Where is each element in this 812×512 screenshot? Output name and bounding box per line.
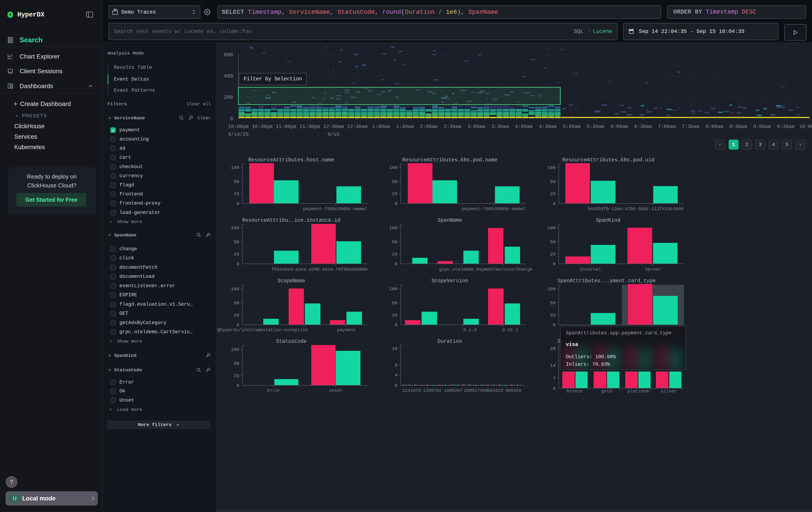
svg-text:payment: payment (337, 327, 356, 332)
svg-text:16: 16 (392, 346, 398, 351)
svg-text:25: 25 (234, 313, 239, 318)
svg-text:5:00am: 5:00am (563, 124, 580, 130)
svg-text:25: 25 (550, 191, 556, 196)
svg-text:9:30am: 9:30am (777, 124, 794, 130)
svg-text:platinum: platinum (628, 389, 649, 394)
svg-text:584623: 584623 (487, 388, 503, 393)
svg-text:100: 100 (231, 165, 239, 170)
svg-text:50: 50 (234, 300, 239, 306)
svg-text:10:00am: 10:00am (799, 124, 812, 130)
svg-text:0: 0 (236, 383, 239, 388)
svg-text:@hyperdx/instrumentation-excep: @hyperdx/instrumentation-exception (217, 327, 308, 332)
svg-text:Error: Error (267, 388, 281, 393)
svg-text:1141978: 1141978 (402, 388, 421, 393)
svg-text:0: 0 (236, 201, 239, 206)
svg-text:50: 50 (234, 240, 239, 245)
svg-text:25: 25 (550, 313, 556, 318)
svg-text:100: 100 (231, 225, 239, 231)
svg-text:payment-7985c8969c-mwmw7: payment-7985c8969c-mwmw7 (303, 206, 367, 212)
svg-text:9/14/25: 9/14/25 (228, 132, 249, 137)
svg-text:grpc.oteldemo.PaymentService/C: grpc.oteldemo.PaymentService/Charge (439, 267, 532, 272)
svg-text:4: 4 (395, 373, 398, 378)
svg-text:SpanName: SpanName (438, 217, 462, 223)
svg-text:ResourceAttributes.host.name: ResourceAttributes.host.name (249, 157, 334, 163)
svg-text:SpanKind: SpanKind (596, 217, 620, 223)
svg-text:100: 100 (389, 287, 398, 292)
svg-text:SpanAttributes...yment.card_ty: SpanAttributes...yment.card_type (557, 278, 656, 284)
svg-text:25: 25 (234, 373, 239, 378)
svg-text:100: 100 (231, 347, 239, 352)
svg-text:4:30am: 4:30am (539, 124, 556, 130)
svg-text:0: 0 (395, 383, 398, 388)
svg-text:ScopeVersion: ScopeVersion (431, 278, 468, 284)
svg-text:400: 400 (224, 74, 233, 79)
svg-text:12:30am: 12:30am (347, 124, 368, 130)
svg-text:6:30am: 6:30am (634, 124, 652, 130)
svg-text:5:30am: 5:30am (586, 124, 604, 130)
svg-text:50: 50 (234, 361, 239, 366)
svg-text:28: 28 (550, 346, 556, 351)
svg-text:8:30am: 8:30am (729, 124, 747, 130)
svg-text:Internal: Internal (580, 267, 601, 272)
svg-text:100: 100 (231, 287, 239, 292)
svg-text:7:00am: 7:00am (658, 124, 675, 130)
svg-text:0: 0 (553, 262, 556, 267)
svg-text:1:30am: 1:30am (396, 124, 413, 130)
svg-text:Server: Server (645, 267, 661, 272)
svg-text:11:00pm: 11:00pm (276, 124, 296, 130)
svg-text:2:30am: 2:30am (443, 124, 461, 130)
svg-text:50: 50 (392, 179, 398, 184)
svg-text:9:00am: 9:00am (753, 124, 771, 130)
svg-text:50: 50 (234, 179, 239, 184)
svg-text:gold: gold (601, 389, 612, 394)
svg-text:Duration: Duration (438, 339, 462, 344)
svg-text:7: 7 (553, 376, 556, 381)
svg-text:0: 0 (553, 323, 556, 328)
svg-text:2:00am: 2:00am (420, 124, 437, 130)
svg-text:0: 0 (236, 323, 239, 328)
svg-text:200027900: 200027900 (464, 388, 488, 393)
svg-text:25: 25 (392, 191, 398, 196)
svg-text:ScopeName: ScopeName (278, 278, 305, 284)
svg-text:8:00am: 8:00am (705, 124, 723, 130)
svg-text:0: 0 (236, 262, 239, 267)
svg-text:0: 0 (395, 262, 398, 267)
svg-text:200: 200 (224, 95, 233, 100)
svg-text:50: 50 (550, 300, 556, 306)
svg-text:10:00pm: 10:00pm (228, 124, 249, 130)
svg-text:100: 100 (389, 165, 398, 170)
svg-text:Unset: Unset (329, 388, 342, 393)
svg-text:11:30pm: 11:30pm (299, 124, 320, 130)
svg-text:100: 100 (547, 225, 556, 231)
svg-text:100: 100 (547, 165, 556, 170)
svg-text:50: 50 (550, 179, 556, 184)
svg-text:10:30pm: 10:30pm (252, 124, 272, 130)
svg-text:50: 50 (392, 300, 398, 306)
svg-text:1600267: 1600267 (444, 388, 463, 393)
svg-text:bronze: bronze (567, 389, 583, 394)
svg-text:3:00am: 3:00am (467, 124, 485, 130)
svg-text:50: 50 (392, 240, 398, 245)
svg-text:25: 25 (392, 252, 398, 257)
svg-text:6:00am: 6:00am (610, 124, 628, 130)
svg-text:ResourceAttribu..ice.instance.: ResourceAttribu..ice.instance.id (242, 217, 340, 223)
svg-text:ResourceAttributes.k8s.pod.nam: ResourceAttributes.k8s.pod.name (402, 157, 497, 163)
svg-text:25: 25 (392, 313, 398, 318)
svg-text:StatusCode: StatusCode (276, 339, 307, 344)
svg-text:12:00am: 12:00am (323, 124, 344, 130)
svg-text:3:30am: 3:30am (491, 124, 509, 130)
svg-text:25: 25 (234, 252, 239, 257)
svg-text:f5344ec9-a1ea-4290-a62a-78f5be: f5344ec9-a1ea-4290-a62a-78f5bee8d90b (271, 267, 368, 272)
svg-text:999356: 999356 (505, 388, 521, 393)
svg-text:ResourceAttributes.k8s.pod.uid: ResourceAttributes.k8s.pod.uid (562, 157, 655, 163)
svg-text:100: 100 (547, 287, 556, 292)
svg-text:0: 0 (395, 323, 398, 328)
svg-text:5e02b5fb-13ae-4296-bbbc-111f42: 5e02b5fb-13ae-4296-bbbc-111f423c460d (587, 206, 684, 212)
svg-text:1:00am: 1:00am (372, 124, 390, 130)
svg-text:0: 0 (553, 201, 556, 206)
svg-text:0: 0 (230, 116, 233, 122)
svg-text:8: 8 (395, 363, 398, 368)
svg-text:100: 100 (389, 225, 398, 231)
svg-text:25: 25 (234, 191, 239, 196)
svg-text:0.51.1: 0.51.1 (502, 327, 518, 332)
